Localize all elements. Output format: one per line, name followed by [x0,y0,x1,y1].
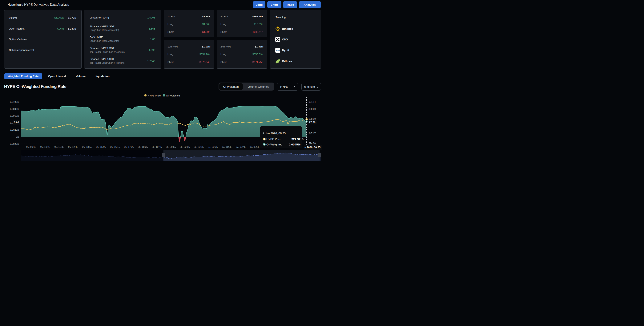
svg-text:$24.00: $24.00 [309,142,316,145]
svg-text:OI-Weighted: OI-Weighted [266,143,282,146]
svg-text:06, 12:45: 06, 12:45 [68,146,78,148]
svg-text:06, 16:15: 06, 16:15 [110,146,120,148]
svg-text:$26.00: $26.00 [309,131,316,134]
svg-text:0.0080%: 0.0080% [10,108,19,110]
svg-text:$31.14: $31.14 [309,101,316,103]
svg-text:07, 03:55: 07, 03:55 [250,146,260,148]
svg-text:$30.00: $30.00 [309,108,316,110]
svg-text:0.00: 0.00 [14,121,19,124]
svg-text:06, 18:35: 06, 18:35 [138,146,148,148]
svg-text:07, 00:25: 07, 00:25 [208,146,218,148]
svg-text:n 2026, 08:25: n 2026, 08:25 [304,146,321,149]
svg-text:06, 22:05: 06, 22:05 [180,146,190,148]
svg-text:06, 19:45: 06, 19:45 [152,146,162,148]
svg-text:06, 10:25: 06, 10:25 [40,146,50,148]
svg-text:07, 02:45: 07, 02:45 [236,146,246,148]
svg-text:06, 17:25: 06, 17:25 [124,146,134,148]
svg-text:06, 13:55: 06, 13:55 [82,146,92,148]
svg-text:27.50: 27.50 [309,121,316,124]
svg-text:-0.0020%: -0.0020% [9,143,19,145]
svg-text:06, 09:15: 06, 09:15 [26,146,36,148]
svg-text:06, 20:55: 06, 20:55 [166,146,176,148]
svg-text:07, 01:35: 07, 01:35 [222,146,232,148]
svg-text:HYPE Price: HYPE Price [266,137,282,141]
svg-text:$27.97: $27.97 [292,137,300,141]
svg-text:0%: 0% [16,136,19,138]
svg-text:7 Jan 2026, 08:25: 7 Jan 2026, 08:25 [263,132,286,135]
svg-text:0.0020%: 0.0020% [10,129,19,131]
svg-text:06, 23:15: 06, 23:15 [194,146,204,148]
svg-text:06, 15:05: 06, 15:05 [96,146,106,148]
svg-text:0.0060%: 0.0060% [10,115,19,117]
svg-text:0.0045%: 0.0045% [289,143,300,146]
svg-text:0.0100%: 0.0100% [10,101,19,103]
svg-text:06, 11:35: 06, 11:35 [54,146,64,148]
